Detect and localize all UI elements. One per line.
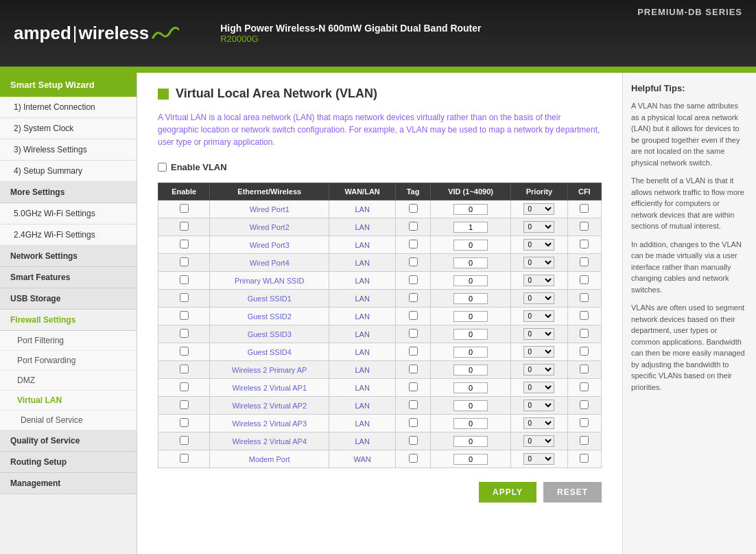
row-vid-input[interactable] xyxy=(453,436,488,447)
row-tag-checkbox[interactable] xyxy=(409,275,418,284)
row-wan-lan: LAN xyxy=(329,290,396,308)
row-priority-select[interactable]: 01234567 xyxy=(523,435,554,447)
enable-vlan-checkbox[interactable] xyxy=(158,163,167,172)
row-priority-select[interactable]: 01234567 xyxy=(523,400,554,411)
row-cfi-checkbox[interactable] xyxy=(580,454,589,463)
sidebar-usb-storage[interactable]: USB Storage xyxy=(0,288,137,310)
row-vid-input[interactable] xyxy=(453,275,488,286)
row-enable-checkbox[interactable] xyxy=(180,329,189,338)
sidebar-port-filtering[interactable]: Port Filtering xyxy=(0,331,137,351)
row-vid-input[interactable] xyxy=(453,365,488,376)
row-priority-select[interactable]: 01234567 xyxy=(523,257,554,268)
row-cfi-checkbox[interactable] xyxy=(580,275,589,284)
row-cfi-checkbox[interactable] xyxy=(580,382,589,391)
row-enable-checkbox[interactable] xyxy=(180,418,189,427)
row-vid-input[interactable] xyxy=(453,329,488,340)
row-tag-checkbox[interactable] xyxy=(409,436,418,445)
row-enable-checkbox[interactable] xyxy=(180,365,189,373)
sidebar-item-setup-summary[interactable]: 4) Setup Summary xyxy=(0,161,137,182)
row-vid-input[interactable] xyxy=(453,222,488,233)
row-vid-input[interactable] xyxy=(453,257,488,268)
row-priority-select[interactable]: 01234567 xyxy=(523,417,554,429)
sidebar-network-settings[interactable]: Network Settings xyxy=(0,246,137,267)
row-tag-checkbox[interactable] xyxy=(409,311,418,320)
row-cfi-checkbox[interactable] xyxy=(580,436,589,445)
row-enable-checkbox[interactable] xyxy=(180,347,189,356)
row-tag-checkbox[interactable] xyxy=(409,382,418,391)
row-priority-select[interactable]: 01234567 xyxy=(523,346,554,358)
sidebar-5ghz-wifi[interactable]: 5.0GHz Wi-Fi Settings xyxy=(0,203,137,224)
row-network-name: Primary WLAN SSID xyxy=(210,272,329,290)
row-tag-checkbox[interactable] xyxy=(409,257,418,266)
row-enable-checkbox[interactable] xyxy=(180,204,189,213)
row-priority-select[interactable]: 01234567 xyxy=(523,364,554,376)
row-priority-select[interactable]: 01234567 xyxy=(523,239,554,251)
row-tag-checkbox[interactable] xyxy=(409,400,418,409)
row-cfi-checkbox[interactable] xyxy=(580,204,589,213)
row-enable-checkbox[interactable] xyxy=(180,293,189,302)
sidebar-dmz[interactable]: DMZ xyxy=(0,371,137,391)
sidebar-quality-of-service[interactable]: Quality of Service xyxy=(0,430,137,452)
sidebar-port-forwarding[interactable]: Port Forwarding xyxy=(0,351,137,371)
row-vid-input[interactable] xyxy=(453,382,488,393)
row-enable-checkbox[interactable] xyxy=(180,382,189,391)
row-cfi-checkbox[interactable] xyxy=(580,400,589,409)
row-cfi-checkbox[interactable] xyxy=(580,418,589,427)
row-tag-checkbox[interactable] xyxy=(409,418,418,427)
sidebar-24ghz-wifi[interactable]: 2.4GHz Wi-Fi Settings xyxy=(0,224,137,246)
row-vid-input[interactable] xyxy=(453,454,488,465)
row-enable-checkbox[interactable] xyxy=(180,275,189,284)
row-priority-select[interactable]: 01234567 xyxy=(523,275,554,286)
row-cfi-checkbox[interactable] xyxy=(580,222,589,231)
row-cfi-checkbox[interactable] xyxy=(580,293,589,302)
sidebar-item-wireless-settings[interactable]: 3) Wireless Settings xyxy=(0,139,137,161)
row-vid-input[interactable] xyxy=(453,240,488,251)
row-tag-checkbox[interactable] xyxy=(409,240,418,249)
row-vid-input[interactable] xyxy=(453,418,488,429)
row-tag-checkbox[interactable] xyxy=(409,293,418,302)
sidebar-management[interactable]: Management xyxy=(0,473,137,494)
sidebar-virtual-lan[interactable]: Virtual LAN xyxy=(0,391,137,411)
row-cfi-checkbox[interactable] xyxy=(580,365,589,373)
row-tag-checkbox[interactable] xyxy=(409,454,418,463)
row-priority-select[interactable]: 01234567 xyxy=(523,203,554,215)
row-tag-checkbox[interactable] xyxy=(409,222,418,231)
row-tag-checkbox[interactable] xyxy=(409,204,418,213)
apply-button[interactable]: APPLY xyxy=(479,482,536,503)
smart-setup-wizard-button[interactable]: Smart Setup Wizard xyxy=(0,73,137,97)
row-vid-input[interactable] xyxy=(453,204,488,215)
row-priority-select[interactable]: 01234567 xyxy=(523,221,554,233)
sidebar-item-system-clock[interactable]: 2) System Clock xyxy=(0,118,137,139)
row-enable-checkbox[interactable] xyxy=(180,400,189,409)
row-tag-checkbox[interactable] xyxy=(409,329,418,338)
row-priority-select[interactable]: 01234567 xyxy=(523,310,554,322)
row-tag-checkbox[interactable] xyxy=(409,347,418,356)
row-cfi-checkbox[interactable] xyxy=(580,240,589,249)
row-enable-checkbox[interactable] xyxy=(180,436,189,445)
row-cfi-checkbox[interactable] xyxy=(580,329,589,338)
row-enable-checkbox[interactable] xyxy=(180,311,189,320)
enable-vlan-label[interactable]: Enable VLAN xyxy=(171,162,227,172)
reset-button[interactable]: RESET xyxy=(543,482,602,503)
row-vid-input[interactable] xyxy=(453,293,488,304)
row-priority-select[interactable]: 01234567 xyxy=(523,328,554,340)
row-enable-checkbox[interactable] xyxy=(180,222,189,231)
row-priority-select[interactable]: 01234567 xyxy=(523,453,554,465)
row-tag-checkbox[interactable] xyxy=(409,365,418,373)
sidebar-denial-of-service[interactable]: Denial of Service xyxy=(0,411,137,430)
row-vid-input[interactable] xyxy=(453,347,488,358)
row-enable-checkbox[interactable] xyxy=(180,257,189,266)
row-cfi-checkbox[interactable] xyxy=(580,347,589,356)
row-enable-checkbox[interactable] xyxy=(180,454,189,463)
row-vid-input[interactable] xyxy=(453,400,488,411)
row-cfi-checkbox[interactable] xyxy=(580,311,589,320)
row-priority-select[interactable]: 01234567 xyxy=(523,292,554,304)
sidebar-smart-features[interactable]: Smart Features xyxy=(0,267,137,288)
sidebar-item-internet-connection[interactable]: 1) Internet Connection xyxy=(0,97,137,118)
row-vid-input[interactable] xyxy=(453,311,488,322)
row-priority-select[interactable]: 01234567 xyxy=(523,382,554,393)
sidebar-routing-setup[interactable]: Routing Setup xyxy=(0,452,137,473)
row-enable-checkbox[interactable] xyxy=(180,240,189,249)
row-cfi-checkbox[interactable] xyxy=(580,257,589,266)
sidebar-more-settings[interactable]: More Settings xyxy=(0,182,137,203)
